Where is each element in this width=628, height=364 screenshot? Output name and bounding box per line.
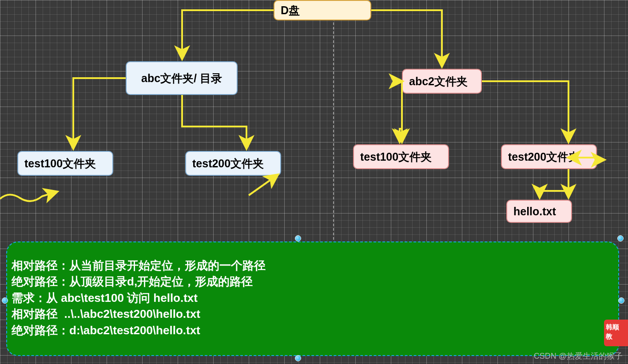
node-test100-left[interactable]: test100文件夹: [17, 151, 113, 176]
badge-line2: 教: [606, 332, 626, 341]
vertical-divider: [333, 0, 334, 240]
diagram-canvas: D盘 abc文件夹/ 目录 test100文件夹 test200文件夹 abc2…: [0, 0, 628, 364]
panel-line-2: 绝对路径：从顶级目录d,开始定位，形成的路径: [12, 273, 614, 289]
selection-handle[interactable]: [617, 235, 624, 241]
node-test200-left[interactable]: test200文件夹: [185, 151, 281, 176]
badge-line1: 韩顺: [606, 322, 626, 332]
panel-line-3: 需求：从 abc\test100 访问 hello.txt: [12, 290, 614, 306]
node-abc2-folder[interactable]: abc2文件夹: [402, 69, 482, 94]
selection-handle[interactable]: [2, 297, 8, 304]
node-label: D盘: [281, 3, 300, 18]
selection-handle[interactable]: [618, 297, 624, 304]
node-hello-txt[interactable]: hello.txt: [506, 200, 572, 223]
node-label: abc文件夹/ 目录: [141, 71, 222, 86]
explanation-panel: 相对路径：从当前目录开始定位，形成的一个路径 绝对路径：从顶级目录d,开始定位，…: [6, 241, 619, 356]
panel-line-1: 相对路径：从当前目录开始定位，形成的一个路径: [12, 257, 614, 273]
node-test100-right[interactable]: test100文件夹: [353, 144, 449, 169]
watermark-text: CSDN @热爱生活的猴子: [534, 351, 623, 361]
selection-handle[interactable]: [295, 235, 301, 241]
node-label: abc2文件夹: [409, 74, 468, 89]
node-label: test100文件夹: [360, 150, 432, 164]
node-d-drive[interactable]: D盘: [274, 0, 371, 20]
node-label: test200文件夹: [508, 150, 580, 164]
selection-handle[interactable]: [295, 355, 301, 361]
node-test200-right[interactable]: test200文件夹: [501, 144, 597, 169]
panel-line-4: 相对路径 ..\..\abc2\test200\hello.txt: [12, 306, 614, 322]
node-abc-folder[interactable]: abc文件夹/ 目录: [126, 61, 238, 95]
node-label: hello.txt: [513, 205, 556, 218]
node-label: test100文件夹: [24, 156, 96, 171]
author-badge: 韩顺 教: [604, 320, 628, 346]
node-label: test200文件夹: [192, 156, 264, 171]
panel-line-5: 绝对路径：d:\abc2\test200\hello.txt: [12, 322, 614, 338]
